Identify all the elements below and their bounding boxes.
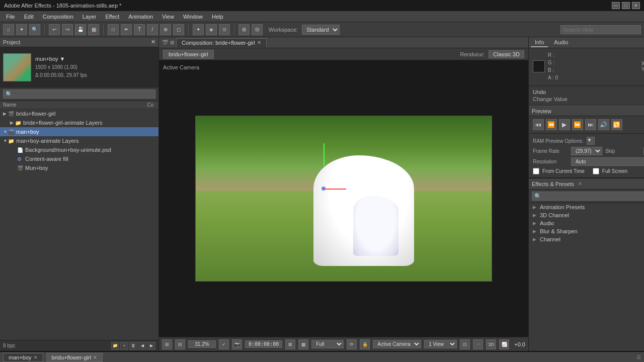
prev-arrow-btn[interactable]: ◀ xyxy=(138,342,146,350)
ram-preview-dropdown[interactable]: ▼ xyxy=(587,137,595,145)
comp-icon-3: 🎬 xyxy=(8,129,15,135)
renderur-value[interactable]: Classic 3D xyxy=(489,50,524,58)
delete-item-btn[interactable]: 🗑 xyxy=(129,342,137,350)
file-icon-5: 📄 xyxy=(17,147,24,153)
tl-tab-close-2[interactable]: ✕ xyxy=(93,355,97,360)
zoom-level[interactable]: 31.2% xyxy=(188,340,216,348)
comp-tab-bride-flower[interactable]: Composition: bride+flower-girl ✕ xyxy=(176,38,267,47)
effects-search-input[interactable] xyxy=(532,192,644,201)
toolbar-search-btn[interactable]: 🔍 xyxy=(29,24,40,35)
menu-edit[interactable]: Edit xyxy=(20,13,38,21)
quality-select[interactable]: Full Half Quarter xyxy=(311,340,344,348)
toolbar-puppet-btn[interactable]: ◈ xyxy=(206,24,217,35)
toolbar-clone-btn[interactable]: ⊕ xyxy=(160,24,171,35)
step-back-btn[interactable]: ⏪ xyxy=(546,119,557,130)
comp-tab-close[interactable]: ✕ xyxy=(257,40,261,45)
view-mode-select[interactable]: 1 View 2 Views 4 Views xyxy=(424,340,457,348)
effects-close[interactable]: ✕ xyxy=(578,181,582,187)
play-btn[interactable]: ▶ xyxy=(559,119,570,130)
toolbar-text-btn[interactable]: T xyxy=(134,24,145,35)
toolbar-eraser-btn[interactable]: ◻ xyxy=(173,24,184,35)
viewer-snap2-btn[interactable]: ⊠ xyxy=(285,339,295,349)
toolbar-star-btn[interactable]: ✦ xyxy=(16,24,27,35)
toolbar-rotobrush-btn[interactable]: ⊙ xyxy=(219,24,230,35)
effect-label-2: 3D Channel xyxy=(540,212,569,218)
tab-info[interactable]: Info xyxy=(531,38,548,47)
viewer-check-btn[interactable]: ✓ xyxy=(219,339,229,349)
viewer-graph-btn[interactable]: 📈 xyxy=(499,339,509,349)
tree-item-mun-boy[interactable]: 🎬 Mun+boy xyxy=(0,163,158,172)
tree-item-man-boy[interactable]: ▼ 🎬 man+boy xyxy=(0,127,158,136)
project-search-input[interactable] xyxy=(3,89,155,99)
ram-preview-label: RAM Preview Options: xyxy=(533,138,584,144)
toolbar-anchor-btn[interactable]: ✦ xyxy=(193,24,204,35)
new-folder-btn[interactable]: 📁 xyxy=(111,342,119,350)
menu-effect[interactable]: Effect xyxy=(101,13,123,21)
effects-tree: ▶ Animation Presets ▶ 3D Channel ▶ Audio… xyxy=(529,203,644,351)
tree-item-content-aware[interactable]: ⚙ Content-aware fill xyxy=(0,154,158,163)
full-screen-checkbox[interactable] xyxy=(593,168,599,174)
go-to-end-btn[interactable]: ⏭ xyxy=(585,119,596,130)
toolbar-redo-btn[interactable]: ↪ xyxy=(62,24,73,35)
workspace-select[interactable]: Standard xyxy=(302,25,340,35)
effect-item-audio[interactable]: ▶ Audio xyxy=(529,219,644,227)
toolbar-home-btn[interactable]: ⌂ xyxy=(3,24,14,35)
effect-item-3d-channel[interactable]: ▶ 3D Channel xyxy=(529,211,644,219)
search-help-input[interactable] xyxy=(560,25,641,34)
viewer-subtab[interactable]: bridu+flower-girl xyxy=(163,50,214,59)
effect-item-blur-sharpen[interactable]: ▶ Blur & Sharpen xyxy=(529,227,644,235)
menu-file[interactable]: File xyxy=(2,13,19,21)
toolbar-camera-btn[interactable]: ⊞ xyxy=(238,24,250,35)
viewer-dots-btn[interactable]: ⋯ xyxy=(473,339,483,349)
resolution-select[interactable]: Auto Full Half xyxy=(571,157,644,166)
toolbar-pen-btn[interactable]: ✒ xyxy=(121,24,132,35)
viewer-grid3-btn[interactable]: ⊡ xyxy=(460,339,470,349)
step-forward-btn[interactable]: ⏩ xyxy=(572,119,583,130)
effect-item-animation-presets[interactable]: ▶ Animation Presets xyxy=(529,203,644,211)
toolbar-undo-btn[interactable]: ↩ xyxy=(49,24,60,35)
go-to-start-btn[interactable]: ⏮ xyxy=(533,119,544,130)
maximize-button[interactable]: □ xyxy=(622,2,630,9)
timeline-tab-bride[interactable]: bridu+flower-girl ✕ xyxy=(46,353,103,362)
toolbar-grid-btn[interactable]: ▦ xyxy=(88,24,99,35)
minimize-button[interactable]: — xyxy=(612,2,620,9)
audio-btn[interactable]: 🔊 xyxy=(598,119,609,130)
project-close-icon[interactable]: ✕ xyxy=(151,39,155,45)
camera-view-select[interactable]: Active Camera xyxy=(373,340,421,348)
timecode-display[interactable]: 0:00:00:00 xyxy=(245,340,282,348)
menu-view[interactable]: View xyxy=(158,13,178,21)
tab-audio[interactable]: Audio xyxy=(550,38,572,47)
close-button[interactable]: ✕ xyxy=(632,2,640,9)
tree-item-bride-animate-layers[interactable]: ▶ 📁 bride+flower-girl-animate Layers xyxy=(0,118,158,127)
from-current-checkbox[interactable] xyxy=(533,168,539,174)
viewer-grid-btn[interactable]: ⊞ xyxy=(162,339,172,349)
new-item-btn[interactable]: + xyxy=(120,342,128,350)
menu-layer[interactable]: Layer xyxy=(78,13,101,21)
viewer-lock-btn[interactable]: 🔒 xyxy=(360,339,370,349)
toolbar-save-btn[interactable]: 💾 xyxy=(75,24,86,35)
tree-item-background-psd[interactable]: 📄 Background/mun+boy-unimute.psd xyxy=(0,145,158,154)
viewer-refresh-btn[interactable]: ⟳ xyxy=(347,339,357,349)
thumbnail-image xyxy=(4,54,31,81)
loop-btn[interactable]: 🔁 xyxy=(611,119,622,130)
color-swatch xyxy=(533,60,545,72)
tree-item-man-boy-animate[interactable]: ▼ 📁 man+boy-animate Layers xyxy=(0,136,158,145)
viewer-three-d-btn[interactable]: 3D xyxy=(486,339,496,349)
menu-composition[interactable]: Composition xyxy=(39,13,77,21)
toolbar-track-btn[interactable]: ⊟ xyxy=(252,24,263,35)
timeline-tab-man-boy[interactable]: man+boy ✕ xyxy=(3,353,43,362)
frame-rate-select[interactable]: (29,97) xyxy=(571,147,602,155)
menu-help[interactable]: Help xyxy=(208,13,227,21)
timeline-menu-btn[interactable]: ☰ xyxy=(636,354,641,360)
next-arrow-btn[interactable]: ▶ xyxy=(147,342,155,350)
viewer-snap-btn[interactable]: ⊟ xyxy=(175,339,185,349)
menu-animation[interactable]: Animation xyxy=(124,13,157,21)
tree-item-bride-flower-girl[interactable]: ▶ 🎬 bridu+flower-girl xyxy=(0,109,158,118)
toolbar-rect-btn[interactable]: □ xyxy=(108,24,119,35)
menu-window[interactable]: Window xyxy=(179,13,207,21)
viewer-grid2-btn[interactable]: ▦ xyxy=(298,339,308,349)
toolbar-brush-btn[interactable]: / xyxy=(147,24,158,35)
viewer-camera-icon[interactable]: 📷 xyxy=(232,339,242,349)
tl-tab-close-1[interactable]: ✕ xyxy=(34,355,38,360)
effect-item-channel[interactable]: ▶ Channel xyxy=(529,235,644,243)
